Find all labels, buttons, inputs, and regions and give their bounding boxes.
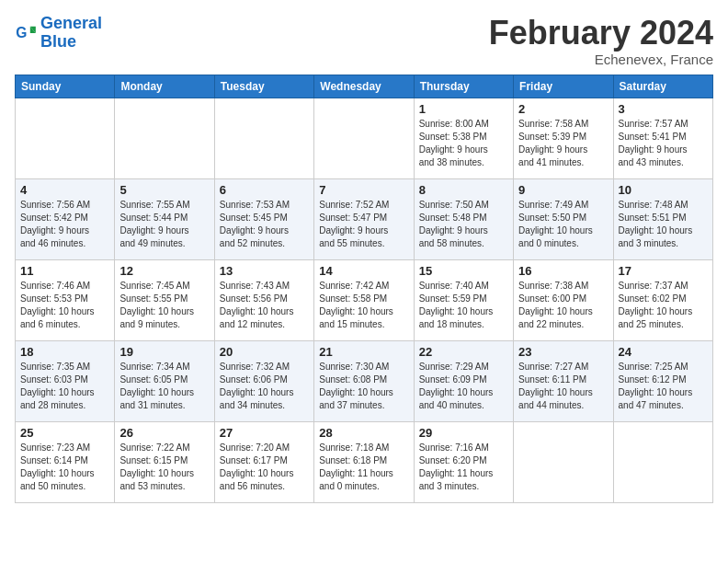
day-number: 10 (619, 183, 708, 197)
weekday-header: Saturday (613, 75, 712, 98)
day-info: Sunrise: 7:32 AMSunset: 6:06 PMDaylight:… (220, 361, 309, 412)
day-info: Sunrise: 7:49 AMSunset: 5:50 PMDaylight:… (518, 199, 608, 250)
logo-text: General Blue (40, 15, 102, 52)
day-number: 15 (419, 264, 508, 278)
day-number: 8 (419, 183, 508, 197)
calendar-cell (16, 98, 115, 178)
calendar-cell: 7Sunrise: 7:52 AMSunset: 5:47 PMDaylight… (314, 178, 414, 259)
calendar-cell: 14Sunrise: 7:42 AMSunset: 5:58 PMDayligh… (314, 259, 414, 340)
day-info: Sunrise: 7:35 AMSunset: 6:03 PMDaylight:… (20, 361, 109, 412)
day-number: 29 (419, 426, 508, 440)
calendar-cell: 28Sunrise: 7:18 AMSunset: 6:18 PMDayligh… (314, 421, 414, 502)
day-info: Sunrise: 7:46 AMSunset: 5:53 PMDaylight:… (20, 280, 109, 331)
calendar-cell: 15Sunrise: 7:40 AMSunset: 5:59 PMDayligh… (414, 259, 513, 340)
weekday-header: Wednesday (314, 75, 414, 98)
calendar-cell: 16Sunrise: 7:38 AMSunset: 6:00 PMDayligh… (514, 259, 613, 340)
calendar-cell (514, 421, 613, 502)
calendar-cell: 25Sunrise: 7:23 AMSunset: 6:14 PMDayligh… (16, 421, 115, 502)
calendar-cell: 21Sunrise: 7:30 AMSunset: 6:08 PMDayligh… (314, 340, 414, 421)
calendar-cell: 13Sunrise: 7:43 AMSunset: 5:56 PMDayligh… (214, 259, 313, 340)
weekday-header: Monday (115, 75, 214, 98)
day-number: 12 (119, 264, 209, 278)
calendar-subtitle: Echenevex, France (489, 52, 713, 67)
day-number: 9 (518, 183, 608, 197)
calendar-cell: 22Sunrise: 7:29 AMSunset: 6:09 PMDayligh… (414, 340, 513, 421)
day-number: 21 (319, 345, 408, 359)
day-info: Sunrise: 7:27 AMSunset: 6:11 PMDaylight:… (518, 361, 608, 412)
day-info: Sunrise: 7:56 AMSunset: 5:42 PMDaylight:… (20, 199, 109, 250)
day-info: Sunrise: 7:57 AMSunset: 5:41 PMDaylight:… (619, 118, 708, 169)
day-info: Sunrise: 7:16 AMSunset: 6:20 PMDaylight:… (419, 442, 508, 493)
day-number: 11 (20, 264, 109, 278)
calendar-cell: 19Sunrise: 7:34 AMSunset: 6:05 PMDayligh… (115, 340, 214, 421)
logo-icon: G (15, 22, 37, 44)
day-number: 19 (119, 345, 209, 359)
day-number: 14 (319, 264, 408, 278)
weekday-header: Tuesday (214, 75, 313, 98)
calendar-cell: 12Sunrise: 7:45 AMSunset: 5:55 PMDayligh… (115, 259, 214, 340)
calendar-cell: 3Sunrise: 7:57 AMSunset: 5:41 PMDaylight… (613, 98, 712, 178)
weekday-header: Thursday (414, 75, 513, 98)
day-number: 13 (220, 264, 309, 278)
weekday-header: Friday (514, 75, 613, 98)
day-info: Sunrise: 7:50 AMSunset: 5:48 PMDaylight:… (419, 199, 508, 250)
calendar-cell: 23Sunrise: 7:27 AMSunset: 6:11 PMDayligh… (514, 340, 613, 421)
day-info: Sunrise: 7:45 AMSunset: 5:55 PMDaylight:… (119, 280, 209, 331)
day-info: Sunrise: 7:18 AMSunset: 6:18 PMDaylight:… (319, 442, 408, 493)
calendar-cell: 2Sunrise: 7:58 AMSunset: 5:39 PMDaylight… (514, 98, 613, 178)
day-number: 16 (518, 264, 608, 278)
calendar-cell: 17Sunrise: 7:37 AMSunset: 6:02 PMDayligh… (613, 259, 712, 340)
day-number: 20 (220, 345, 309, 359)
calendar-cell: 18Sunrise: 7:35 AMSunset: 6:03 PMDayligh… (16, 340, 115, 421)
calendar-cell (314, 98, 414, 178)
calendar-cell: 11Sunrise: 7:46 AMSunset: 5:53 PMDayligh… (16, 259, 115, 340)
day-number: 27 (220, 426, 309, 440)
day-number: 24 (619, 345, 708, 359)
day-number: 23 (518, 345, 608, 359)
day-info: Sunrise: 7:29 AMSunset: 6:09 PMDaylight:… (419, 361, 508, 412)
calendar-cell: 24Sunrise: 7:25 AMSunset: 6:12 PMDayligh… (613, 340, 712, 421)
calendar-cell: 9Sunrise: 7:49 AMSunset: 5:50 PMDaylight… (514, 178, 613, 259)
calendar-table: SundayMondayTuesdayWednesdayThursdayFrid… (15, 75, 713, 503)
day-number: 7 (319, 183, 408, 197)
day-info: Sunrise: 8:00 AMSunset: 5:38 PMDaylight:… (419, 118, 508, 169)
calendar-cell: 4Sunrise: 7:56 AMSunset: 5:42 PMDaylight… (16, 178, 115, 259)
calendar-cell: 8Sunrise: 7:50 AMSunset: 5:48 PMDaylight… (414, 178, 513, 259)
day-info: Sunrise: 7:22 AMSunset: 6:15 PMDaylight:… (119, 442, 209, 493)
calendar-cell: 5Sunrise: 7:55 AMSunset: 5:44 PMDaylight… (115, 178, 214, 259)
calendar-cell: 6Sunrise: 7:53 AMSunset: 5:45 PMDaylight… (214, 178, 313, 259)
day-number: 26 (119, 426, 209, 440)
calendar-title: February 2024 (489, 15, 713, 52)
calendar-cell: 1Sunrise: 8:00 AMSunset: 5:38 PMDaylight… (414, 98, 513, 178)
day-number: 25 (20, 426, 109, 440)
calendar-cell (613, 421, 712, 502)
day-number: 18 (20, 345, 109, 359)
calendar-cell: 26Sunrise: 7:22 AMSunset: 6:15 PMDayligh… (115, 421, 214, 502)
day-info: Sunrise: 7:20 AMSunset: 6:17 PMDaylight:… (220, 442, 309, 493)
calendar-cell: 20Sunrise: 7:32 AMSunset: 6:06 PMDayligh… (214, 340, 313, 421)
day-info: Sunrise: 7:30 AMSunset: 6:08 PMDaylight:… (319, 361, 408, 412)
day-number: 6 (220, 183, 309, 197)
day-info: Sunrise: 7:53 AMSunset: 5:45 PMDaylight:… (220, 199, 309, 250)
day-info: Sunrise: 7:52 AMSunset: 5:47 PMDaylight:… (319, 199, 408, 250)
day-number: 17 (619, 264, 708, 278)
title-block: February 2024 Echenevex, France (489, 15, 713, 67)
day-number: 22 (419, 345, 508, 359)
day-info: Sunrise: 7:43 AMSunset: 5:56 PMDaylight:… (220, 280, 309, 331)
weekday-header: Sunday (16, 75, 115, 98)
day-info: Sunrise: 7:38 AMSunset: 6:00 PMDaylight:… (518, 280, 608, 331)
day-number: 4 (20, 183, 109, 197)
svg-text:G: G (16, 25, 27, 40)
calendar-cell (214, 98, 313, 178)
day-info: Sunrise: 7:42 AMSunset: 5:58 PMDaylight:… (319, 280, 408, 331)
calendar-cell (115, 98, 214, 178)
day-number: 2 (518, 102, 608, 116)
day-info: Sunrise: 7:40 AMSunset: 5:59 PMDaylight:… (419, 280, 508, 331)
calendar-cell: 27Sunrise: 7:20 AMSunset: 6:17 PMDayligh… (214, 421, 313, 502)
day-info: Sunrise: 7:55 AMSunset: 5:44 PMDaylight:… (119, 199, 209, 250)
day-number: 5 (119, 183, 209, 197)
day-info: Sunrise: 7:37 AMSunset: 6:02 PMDaylight:… (619, 280, 708, 331)
day-info: Sunrise: 7:48 AMSunset: 5:51 PMDaylight:… (619, 199, 708, 250)
logo: G General Blue (15, 15, 102, 52)
day-info: Sunrise: 7:23 AMSunset: 6:14 PMDaylight:… (20, 442, 109, 493)
